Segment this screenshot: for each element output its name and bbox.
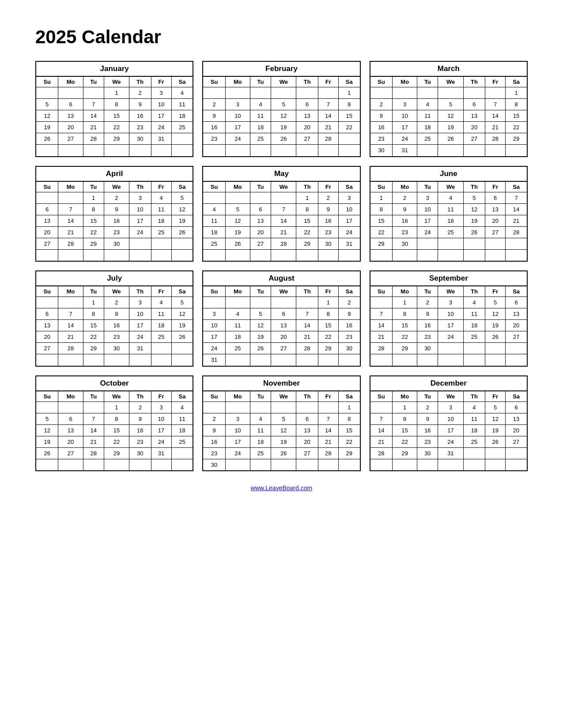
table-row: 262728293031 <box>36 447 193 459</box>
month-title-august: August <box>203 271 359 286</box>
day-cell: 5 <box>171 297 193 308</box>
day-cell: 17 <box>151 424 171 436</box>
day-cell: 28 <box>296 343 318 354</box>
day-cell: 16 <box>393 215 417 226</box>
day-cell: 23 <box>417 436 438 447</box>
table-row: 13141516171819 <box>36 215 193 226</box>
day-cell: 22 <box>296 226 318 238</box>
day-cell <box>438 459 463 470</box>
day-cell <box>438 87 463 99</box>
day-cell: 10 <box>417 203 438 215</box>
day-cell: 23 <box>370 133 393 145</box>
table-row: 20212223242526 <box>36 226 193 238</box>
table-row: 19202122232425 <box>36 436 193 447</box>
day-cell <box>370 402 393 413</box>
day-cell: 6 <box>36 203 58 215</box>
day-cell <box>271 249 296 261</box>
day-cell: 23 <box>104 226 129 238</box>
day-cell: 8 <box>370 203 393 215</box>
day-cell <box>417 238 438 249</box>
day-cell: 1 <box>318 297 338 308</box>
day-cell: 7 <box>318 413 338 424</box>
day-header-fr: Fr <box>151 286 171 297</box>
month-table-january: SuMoTuWeThFrSa12345678910111213141516171… <box>36 77 193 156</box>
day-cell: 13 <box>271 320 296 331</box>
day-cell: 7 <box>296 308 318 320</box>
day-cell <box>438 249 463 261</box>
day-header-su: Su <box>203 77 225 87</box>
day-cell: 26 <box>171 331 193 343</box>
table-row: 21222324252627 <box>370 331 527 343</box>
day-cell: 26 <box>271 133 296 145</box>
day-cell: 19 <box>36 436 58 447</box>
day-cell: 29 <box>370 238 393 249</box>
day-cell: 14 <box>370 424 393 436</box>
day-cell: 3 <box>225 99 250 110</box>
day-header-su: Su <box>370 391 393 402</box>
day-header-sa: Sa <box>171 286 193 297</box>
day-cell: 2 <box>417 297 438 308</box>
day-cell: 13 <box>485 203 506 215</box>
day-cell: 19 <box>271 122 296 133</box>
day-cell: 15 <box>104 424 129 436</box>
table-row: 16171819202122 <box>203 122 359 133</box>
day-cell: 1 <box>296 192 318 203</box>
day-cell: 15 <box>338 110 359 122</box>
table-row <box>203 145 359 156</box>
day-cell <box>338 133 359 145</box>
day-cell: 10 <box>225 424 250 436</box>
day-cell: 18 <box>171 110 193 122</box>
month-june: JuneSuMoTuWeThFrSa1234567891011121314151… <box>370 166 528 262</box>
day-cell: 11 <box>250 110 271 122</box>
day-cell <box>83 354 104 366</box>
day-cell <box>171 133 193 145</box>
day-cell: 23 <box>129 436 151 447</box>
day-cell: 6 <box>296 99 318 110</box>
day-cell: 3 <box>151 402 171 413</box>
day-cell: 14 <box>370 320 393 331</box>
day-cell: 24 <box>203 343 225 354</box>
day-cell: 9 <box>203 424 225 436</box>
day-header-sa: Sa <box>338 182 359 192</box>
day-cell: 8 <box>104 413 129 424</box>
table-row <box>36 354 193 366</box>
day-cell: 13 <box>296 110 318 122</box>
day-cell <box>485 447 506 459</box>
day-cell: 2 <box>129 402 151 413</box>
day-cell <box>417 145 438 156</box>
table-row: 25262728293031 <box>203 238 359 249</box>
day-cell <box>506 249 527 261</box>
day-cell: 22 <box>338 122 359 133</box>
day-cell: 27 <box>271 343 296 354</box>
day-cell: 5 <box>438 99 463 110</box>
day-cell: 3 <box>393 99 417 110</box>
table-row: 14151617181920 <box>370 320 527 331</box>
month-title-july: July <box>36 271 193 286</box>
table-row: 2345678 <box>203 413 359 424</box>
day-cell: 11 <box>463 413 485 424</box>
day-cell: 16 <box>104 215 129 226</box>
day-cell <box>203 145 225 156</box>
day-cell: 17 <box>203 331 225 343</box>
day-cell <box>171 447 193 459</box>
table-row: 16171819202122 <box>203 436 359 447</box>
table-row <box>370 354 527 366</box>
day-cell: 28 <box>83 447 104 459</box>
day-cell <box>104 354 129 366</box>
day-header-tu: Tu <box>417 77 438 87</box>
day-cell: 1 <box>393 297 417 308</box>
table-row: 891011121314 <box>370 203 527 215</box>
day-cell: 28 <box>506 226 527 238</box>
day-cell: 1 <box>338 87 359 99</box>
month-title-september: September <box>370 271 527 286</box>
day-cell: 13 <box>250 215 271 226</box>
table-row: 3031 <box>370 145 527 156</box>
day-cell: 21 <box>370 436 393 447</box>
footer-link[interactable]: www.LeaveBoard.com <box>35 484 528 492</box>
day-cell <box>225 459 250 470</box>
day-cell: 13 <box>506 308 527 320</box>
day-header-sa: Sa <box>171 182 193 192</box>
day-cell <box>58 354 83 366</box>
day-header-tu: Tu <box>250 391 271 402</box>
day-cell: 15 <box>370 215 393 226</box>
